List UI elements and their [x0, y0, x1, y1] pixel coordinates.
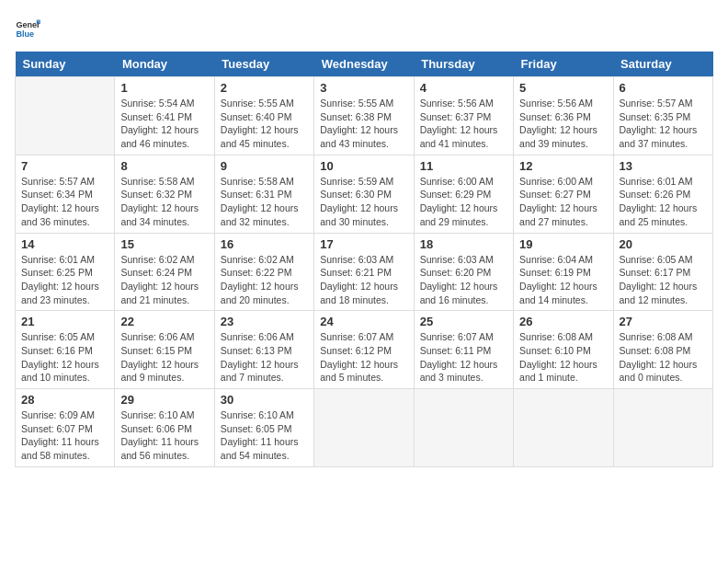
- day-number: 5: [519, 81, 607, 95]
- day-number: 28: [21, 393, 108, 407]
- cell-info: Sunrise: 6:08 AM Sunset: 6:08 PM Dayligh…: [620, 330, 707, 385]
- calendar-cell: 8Sunrise: 5:58 AM Sunset: 6:32 PM Daylig…: [115, 155, 214, 233]
- calendar-cell: 12Sunrise: 6:00 AM Sunset: 6:27 PM Dayli…: [514, 155, 613, 233]
- cell-info: Sunrise: 6:06 AM Sunset: 6:15 PM Dayligh…: [120, 330, 208, 385]
- cell-info: Sunrise: 6:02 AM Sunset: 6:22 PM Dayligh…: [221, 253, 308, 307]
- calendar-cell: 30Sunrise: 6:10 AM Sunset: 6:05 PM Dayli…: [214, 389, 313, 467]
- day-number: 20: [620, 237, 707, 251]
- cell-info: Sunrise: 6:03 AM Sunset: 6:20 PM Dayligh…: [420, 253, 507, 307]
- calendar-cell: 3Sunrise: 5:55 AM Sunset: 6:38 PM Daylig…: [314, 77, 414, 155]
- day-number: 18: [420, 237, 507, 251]
- week-row-5: 28Sunrise: 6:09 AM Sunset: 6:07 PM Dayli…: [16, 389, 713, 467]
- calendar-cell: 14Sunrise: 6:01 AM Sunset: 6:25 PM Dayli…: [16, 233, 115, 311]
- day-number: 27: [620, 315, 707, 328]
- day-number: 2: [221, 81, 308, 95]
- cell-info: Sunrise: 6:05 AM Sunset: 6:16 PM Dayligh…: [21, 330, 108, 385]
- day-number: 16: [221, 237, 308, 251]
- calendar-cell: 25Sunrise: 6:07 AM Sunset: 6:11 PM Dayli…: [414, 311, 513, 389]
- day-number: 9: [221, 159, 308, 173]
- calendar-cell: 1Sunrise: 5:54 AM Sunset: 6:41 PM Daylig…: [115, 77, 214, 155]
- day-number: 23: [221, 315, 308, 328]
- cell-info: Sunrise: 6:09 AM Sunset: 6:07 PM Dayligh…: [21, 408, 108, 463]
- calendar-cell: 21Sunrise: 6:05 AM Sunset: 6:16 PM Dayli…: [16, 311, 115, 389]
- calendar-cell: 11Sunrise: 6:00 AM Sunset: 6:29 PM Dayli…: [414, 155, 513, 233]
- calendar-cell: 7Sunrise: 5:57 AM Sunset: 6:34 PM Daylig…: [16, 155, 115, 233]
- day-number: 19: [519, 237, 607, 251]
- cell-info: Sunrise: 6:10 AM Sunset: 6:06 PM Dayligh…: [120, 408, 208, 463]
- calendar-cell: [613, 389, 712, 467]
- calendar-cell: 6Sunrise: 5:57 AM Sunset: 6:35 PM Daylig…: [613, 77, 712, 155]
- cell-info: Sunrise: 5:58 AM Sunset: 6:31 PM Dayligh…: [221, 175, 308, 229]
- calendar-cell: 22Sunrise: 6:06 AM Sunset: 6:15 PM Dayli…: [115, 311, 214, 389]
- cell-info: Sunrise: 6:08 AM Sunset: 6:10 PM Dayligh…: [519, 330, 607, 385]
- day-number: 8: [120, 159, 208, 173]
- logo-icon: General Blue: [15, 15, 40, 40]
- header-day-thursday: Thursday: [414, 52, 513, 77]
- day-number: 1: [120, 81, 208, 95]
- header-day-sunday: Sunday: [16, 52, 115, 77]
- day-number: 15: [120, 237, 208, 251]
- day-number: 12: [519, 159, 607, 173]
- day-number: 26: [519, 315, 607, 328]
- day-number: 6: [620, 81, 707, 95]
- calendar-table: SundayMondayTuesdayWednesdayThursdayFrid…: [15, 52, 713, 467]
- calendar-cell: 13Sunrise: 6:01 AM Sunset: 6:26 PM Dayli…: [613, 155, 712, 233]
- calendar-cell: 19Sunrise: 6:04 AM Sunset: 6:19 PM Dayli…: [514, 233, 613, 311]
- header-day-tuesday: Tuesday: [214, 52, 313, 77]
- cell-info: Sunrise: 6:04 AM Sunset: 6:19 PM Dayligh…: [519, 253, 607, 307]
- day-number: 17: [320, 237, 407, 251]
- week-row-3: 14Sunrise: 6:01 AM Sunset: 6:25 PM Dayli…: [16, 233, 713, 311]
- cell-info: Sunrise: 5:55 AM Sunset: 6:38 PM Dayligh…: [320, 97, 407, 151]
- day-number: 10: [320, 159, 407, 173]
- week-row-2: 7Sunrise: 5:57 AM Sunset: 6:34 PM Daylig…: [16, 155, 713, 233]
- calendar-cell: 23Sunrise: 6:06 AM Sunset: 6:13 PM Dayli…: [214, 311, 313, 389]
- day-number: 21: [21, 315, 108, 328]
- calendar-cell: 15Sunrise: 6:02 AM Sunset: 6:24 PM Dayli…: [115, 233, 214, 311]
- cell-info: Sunrise: 6:00 AM Sunset: 6:27 PM Dayligh…: [519, 175, 607, 229]
- calendar-cell: 29Sunrise: 6:10 AM Sunset: 6:06 PM Dayli…: [115, 389, 214, 467]
- cell-info: Sunrise: 6:05 AM Sunset: 6:17 PM Dayligh…: [620, 253, 707, 307]
- day-number: 11: [420, 159, 507, 173]
- cell-info: Sunrise: 6:02 AM Sunset: 6:24 PM Dayligh…: [120, 253, 208, 307]
- cell-info: Sunrise: 6:07 AM Sunset: 6:11 PM Dayligh…: [420, 330, 507, 385]
- day-number: 3: [320, 81, 407, 95]
- header-day-saturday: Saturday: [613, 52, 712, 77]
- day-number: 7: [21, 159, 108, 173]
- cell-info: Sunrise: 5:57 AM Sunset: 6:35 PM Dayligh…: [620, 97, 707, 151]
- week-row-4: 21Sunrise: 6:05 AM Sunset: 6:16 PM Dayli…: [16, 311, 713, 389]
- header-day-monday: Monday: [115, 52, 214, 77]
- calendar-cell: 2Sunrise: 5:55 AM Sunset: 6:40 PM Daylig…: [214, 77, 313, 155]
- calendar-cell: 5Sunrise: 5:56 AM Sunset: 6:36 PM Daylig…: [514, 77, 613, 155]
- header-day-friday: Friday: [514, 52, 613, 77]
- calendar-cell: 10Sunrise: 5:59 AM Sunset: 6:30 PM Dayli…: [314, 155, 414, 233]
- cell-info: Sunrise: 6:03 AM Sunset: 6:21 PM Dayligh…: [320, 253, 407, 307]
- header-day-wednesday: Wednesday: [314, 52, 414, 77]
- header: General Blue: [15, 15, 713, 40]
- cell-info: Sunrise: 6:00 AM Sunset: 6:29 PM Dayligh…: [420, 175, 507, 229]
- day-number: 24: [320, 315, 407, 328]
- calendar-cell: 17Sunrise: 6:03 AM Sunset: 6:21 PM Dayli…: [314, 233, 414, 311]
- cell-info: Sunrise: 5:56 AM Sunset: 6:36 PM Dayligh…: [519, 97, 607, 151]
- cell-info: Sunrise: 5:54 AM Sunset: 6:41 PM Dayligh…: [120, 97, 208, 151]
- day-number: 25: [420, 315, 507, 328]
- calendar-cell: 27Sunrise: 6:08 AM Sunset: 6:08 PM Dayli…: [613, 311, 712, 389]
- calendar-cell: 16Sunrise: 6:02 AM Sunset: 6:22 PM Dayli…: [214, 233, 313, 311]
- calendar-cell: [16, 77, 115, 155]
- cell-info: Sunrise: 5:58 AM Sunset: 6:32 PM Dayligh…: [120, 175, 208, 229]
- calendar-cell: 18Sunrise: 6:03 AM Sunset: 6:20 PM Dayli…: [414, 233, 513, 311]
- calendar-cell: 24Sunrise: 6:07 AM Sunset: 6:12 PM Dayli…: [314, 311, 414, 389]
- calendar-cell: 26Sunrise: 6:08 AM Sunset: 6:10 PM Dayli…: [514, 311, 613, 389]
- calendar-cell: 28Sunrise: 6:09 AM Sunset: 6:07 PM Dayli…: [16, 389, 115, 467]
- cell-info: Sunrise: 6:01 AM Sunset: 6:25 PM Dayligh…: [21, 253, 108, 307]
- day-number: 22: [120, 315, 208, 328]
- day-number: 13: [620, 159, 707, 173]
- calendar-cell: [414, 389, 513, 467]
- day-number: 14: [21, 237, 108, 251]
- day-number: 4: [420, 81, 507, 95]
- day-number: 29: [120, 393, 208, 407]
- calendar-cell: [314, 389, 414, 467]
- cell-info: Sunrise: 5:59 AM Sunset: 6:30 PM Dayligh…: [320, 175, 407, 229]
- cell-info: Sunrise: 6:07 AM Sunset: 6:12 PM Dayligh…: [320, 330, 407, 385]
- calendar-cell: [514, 389, 613, 467]
- cell-info: Sunrise: 5:56 AM Sunset: 6:37 PM Dayligh…: [420, 97, 507, 151]
